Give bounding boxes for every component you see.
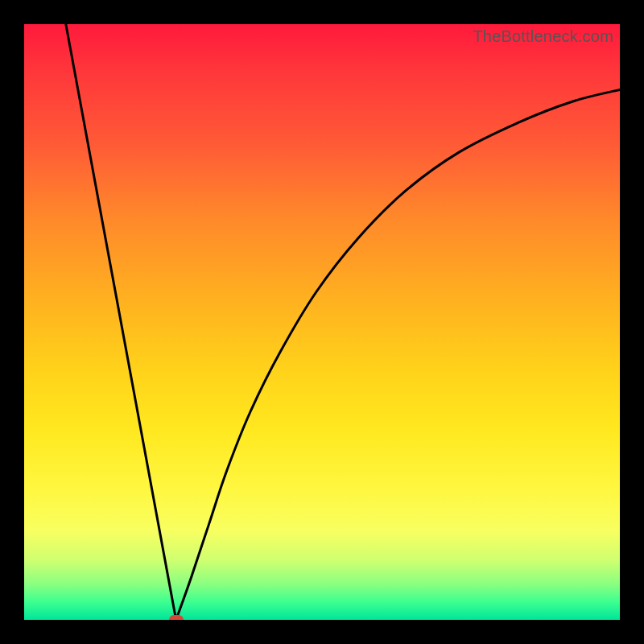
curve-path bbox=[66, 24, 620, 620]
min-marker bbox=[169, 615, 184, 620]
chart-frame: TheBottleneck.com bbox=[0, 0, 644, 644]
bottleneck-curve bbox=[24, 24, 620, 620]
plot-area: TheBottleneck.com bbox=[24, 24, 620, 620]
